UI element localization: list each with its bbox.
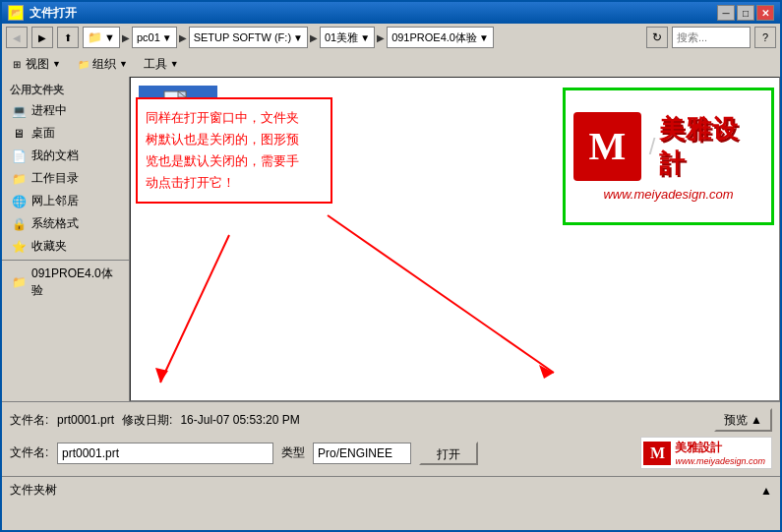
sidebar-item-process[interactable]: 💻 进程中 <box>2 99 129 122</box>
svg-marker-5 <box>155 368 168 383</box>
view-icon: ⊞ <box>10 57 24 71</box>
tools-dropdown-icon: ▼ <box>170 59 179 69</box>
my-docs-icon: 📄 <box>10 148 28 164</box>
type-label: 类型 <box>281 444 305 461</box>
sidebar-item-work-dir[interactable]: 📁 工作目录 <box>2 167 129 190</box>
sidebar-item-folder[interactable]: 📁 091PROE4.0体验 <box>2 263 129 302</box>
organize-dropdown-icon: ▼ <box>119 59 128 69</box>
file-name-value: prt0001.prt <box>57 413 114 427</box>
back-button[interactable]: ◀ <box>6 27 28 48</box>
input-name-label: 文件名: <box>10 444 49 461</box>
logo-text-cn: 美雅设計 <box>659 112 763 181</box>
bottom-area: 文件名: prt0001.prt 修改日期: 16-Jul-07 05:53:2… <box>2 401 780 476</box>
window-title: 文件打开 <box>30 5 77 22</box>
folder-tree-label: 文件夹树 <box>10 482 57 499</box>
file-name-label: 文件名: <box>10 412 49 429</box>
type-input[interactable] <box>313 443 411 464</box>
titlebar: 📂 文件打开 ─ □ ✕ <box>2 2 780 24</box>
folder-tree-section[interactable]: 文件夹树 ▲ <box>2 476 780 503</box>
up-button[interactable]: ⬆ <box>57 27 79 48</box>
network-icon: 🌐 <box>10 194 28 209</box>
modified-label: 修改日期: <box>122 412 172 429</box>
folder-tree-toggle-icon: ▲ <box>760 484 772 498</box>
process-icon: 💻 <box>10 103 28 119</box>
forward-button[interactable]: ▶ <box>31 27 53 48</box>
address-folder[interactable]: 091PROE4.0体验 ▼ <box>387 27 494 48</box>
sidebar-divider <box>2 260 129 261</box>
minimize-button[interactable]: ─ <box>717 5 735 21</box>
bottom-logo: M 美雅設計 www.meiyadesign.com <box>640 437 772 469</box>
annotation-box: 同样在打开窗口中，文件夹树默认也是关闭的，图形预览也是默认关闭的，需要手动点击打… <box>136 97 332 204</box>
organize-menu[interactable]: 📁 组织 ▼ <box>73 54 132 75</box>
file-info-row: 文件名: prt0001.prt 修改日期: 16-Jul-07 05:53:2… <box>10 406 772 434</box>
window: 📂 文件打开 ─ □ ✕ ◀ ▶ ⬆ 📁 ▼ ▶ pc01 ▼ ▶ SETUP … <box>0 0 782 532</box>
sidebar-item-system[interactable]: 🔒 系统格式 <box>2 212 129 235</box>
svg-line-4 <box>160 235 229 383</box>
address-pc01[interactable]: pc01 ▼ <box>132 27 177 48</box>
bottom-logo-text: 美雅設計 <box>675 440 765 456</box>
favorites-icon: ⭐ <box>10 239 28 255</box>
address-meiya[interactable]: 01美雅 ▼ <box>320 27 375 48</box>
sidebar: 公用文件夹 💻 进程中 🖥 桌面 📄 我的文档 📁 工作目录 🌐 网上邻居 <box>2 77 130 401</box>
work-dir-icon: 📁 <box>10 171 28 187</box>
addr-separator2: ▶ <box>179 32 187 43</box>
svg-line-6 <box>328 215 554 373</box>
filename-input[interactable] <box>57 443 273 464</box>
system-icon: 🔒 <box>10 216 28 232</box>
desktop-icon: 🖥 <box>10 126 28 142</box>
preview-button[interactable]: 预览 ▲ <box>714 408 772 432</box>
sidebar-item-network[interactable]: 🌐 网上邻居 <box>2 190 129 212</box>
sidebar-item-desktop[interactable]: 🖥 桌面 <box>2 122 129 145</box>
tools-menu[interactable]: 工具 ▼ <box>140 54 183 75</box>
file-area[interactable]: PRT prt0001.prt 同样在打开窗口中，文件夹树默认也是关闭的，图形预… <box>130 77 780 401</box>
addr-separator4: ▶ <box>377 32 385 43</box>
open-button[interactable]: 打开 <box>419 442 478 465</box>
modified-value: 16-Jul-07 05:53:20 PM <box>180 413 299 427</box>
svg-marker-7 <box>539 365 554 379</box>
search-input[interactable] <box>672 27 751 48</box>
titlebar-buttons: ─ □ ✕ <box>717 5 774 21</box>
sidebar-header: 公用文件夹 <box>2 81 129 99</box>
organize-icon: 📁 <box>77 57 90 71</box>
address-drive[interactable]: SETUP SOFTW (F:) ▼ <box>189 27 308 48</box>
maximize-button[interactable]: □ <box>737 5 754 21</box>
content-area: 公用文件夹 💻 进程中 🖥 桌面 📄 我的文档 📁 工作目录 🌐 网上邻居 <box>2 77 780 401</box>
toolbar-row1: ◀ ▶ ⬆ 📁 ▼ ▶ pc01 ▼ ▶ SETUP SOFTW (F:) ▼ … <box>2 24 780 51</box>
search-box <box>672 27 751 48</box>
annotation-text: 同样在打开窗口中，文件夹树默认也是关闭的，图形预览也是默认关闭的，需要手动点击打… <box>146 110 299 190</box>
folder-091-icon: 📁 <box>10 274 28 290</box>
help-button[interactable]: ? <box>754 27 776 48</box>
logo-box: M / 美雅设計 www.meiyadesign.com <box>563 88 774 225</box>
toolbar-row2: ⊞ 视图 ▼ 📁 组织 ▼ 工具 ▼ <box>2 51 780 77</box>
window-icon: 📂 <box>8 5 24 21</box>
close-button[interactable]: ✕ <box>756 5 774 21</box>
bottom-logo-url: www.meiyadesign.com <box>675 456 765 466</box>
address-bar: 📁 ▼ ▶ pc01 ▼ ▶ SETUP SOFTW (F:) ▼ ▶ 01美雅… <box>83 27 642 48</box>
sidebar-item-my-docs[interactable]: 📄 我的文档 <box>2 145 129 167</box>
logo-url: www.meiyadesign.com <box>603 187 733 202</box>
sidebar-item-favorites[interactable]: ⭐ 收藏夹 <box>2 235 129 258</box>
view-dropdown-icon: ▼ <box>52 59 61 69</box>
file-input-row: 文件名: 类型 打开 M 美雅設計 www.meiyadesign.com <box>10 434 772 472</box>
view-menu[interactable]: ⊞ 视图 ▼ <box>6 54 65 75</box>
addr-separator1: ▶ <box>122 32 130 43</box>
address-folder-icon: 📁 ▼ <box>83 27 120 48</box>
addr-separator3: ▶ <box>310 32 318 43</box>
refresh-button[interactable]: ↻ <box>646 27 668 48</box>
